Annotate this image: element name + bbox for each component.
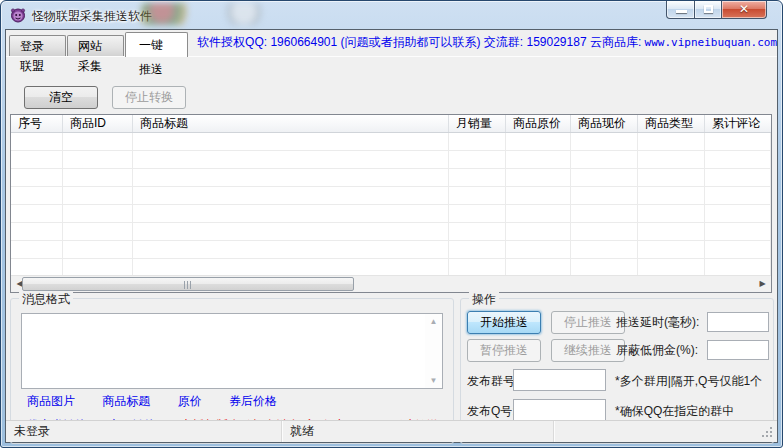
token-product-title-link[interactable]: 商品标题	[102, 394, 150, 408]
token-original-price-link[interactable]: 原价	[178, 394, 202, 408]
tab-one-click-push[interactable]: 一键推送	[125, 32, 188, 57]
scrollbar-gripper-icon	[184, 281, 192, 289]
status-pane-empty	[554, 421, 777, 442]
maximize-icon	[704, 5, 713, 13]
table-row	[11, 133, 771, 151]
table-row	[11, 151, 771, 169]
push-delay-input[interactable]	[707, 312, 769, 332]
message-format-textarea[interactable]	[22, 314, 426, 388]
table-row	[11, 223, 771, 241]
column-header-original-price[interactable]: 商品原价	[506, 115, 571, 132]
status-bar: 未登录 就绪	[6, 420, 777, 442]
start-push-button[interactable]: 开始推送	[467, 311, 541, 334]
titlebar-glass-reflection	[141, 3, 193, 25]
publish-group-label: 发布群号:	[467, 373, 518, 390]
publish-group-input[interactable]	[513, 369, 606, 391]
ready-status-pane: 就绪	[282, 421, 554, 442]
textarea-scrollbar[interactable]: ▲ ▼	[425, 314, 442, 388]
login-status-pane: 未登录	[6, 421, 282, 442]
token-coupon-price-link[interactable]: 券后价格	[229, 394, 277, 408]
listview-body-empty	[11, 133, 771, 276]
license-info-url: www.vipneibuquan.com	[645, 36, 777, 49]
client-area: 登录联盟 网站采集 一键推送 软件授权QQ: 1960664901 (问题或者捐…	[5, 29, 778, 443]
publish-group-hint: *多个群用|隔开,Q号仅能1个	[615, 373, 762, 390]
column-header-total-comments[interactable]: 累计评论	[705, 115, 771, 132]
clear-button[interactable]: 清空	[24, 86, 98, 109]
stop-convert-button[interactable]: 停止转换	[112, 86, 186, 109]
window-title: 怪物联盟采集推送软件	[32, 8, 152, 25]
pause-push-button[interactable]: 暂停推送	[467, 339, 541, 362]
column-header-product-id[interactable]: 商品ID	[63, 115, 133, 132]
column-header-monthly-sales[interactable]: 月销量	[449, 115, 506, 132]
title-bar[interactable]: 怪物联盟采集推送软件 ✕	[1, 1, 782, 29]
column-header-product-title[interactable]: 商品标题	[133, 115, 449, 132]
table-row	[11, 259, 771, 276]
close-button[interactable]: ✕	[722, 1, 767, 19]
block-low-commission-input[interactable]	[707, 340, 769, 360]
scroll-down-icon[interactable]: ▼	[425, 376, 442, 385]
stop-push-button[interactable]: 停止推送	[551, 311, 625, 334]
app-window: 怪物联盟采集推送软件 ✕ 登录联盟 网站采集 一键推送 软件授权QQ: 1960…	[0, 0, 783, 448]
token-product-image-link[interactable]: 商品图片	[27, 394, 75, 408]
tab-strip: 登录联盟 网站采集 一键推送 软件授权QQ: 1960664901 (问题或者捐…	[6, 30, 777, 57]
operation-group-title: 操作	[469, 291, 499, 308]
token-links-row-1: 商品图片 商品标题 原价 券后价格	[27, 393, 301, 410]
block-low-commission-label: 屏蔽低佣金(%):	[616, 342, 698, 359]
message-format-group-title: 消息格式	[19, 291, 73, 308]
column-header-product-type[interactable]: 商品类型	[638, 115, 705, 132]
publish-qq-hint: *确保QQ在指定的群中	[615, 403, 734, 420]
table-row	[11, 241, 771, 259]
resize-grip[interactable]	[762, 427, 774, 439]
tab-login-alliance[interactable]: 登录联盟	[9, 35, 66, 56]
tab-site-collect[interactable]: 网站采集	[67, 35, 124, 56]
publish-qq-label: 发布Q号:	[467, 403, 516, 420]
table-row	[11, 205, 771, 223]
table-row	[11, 187, 771, 205]
minimize-icon	[676, 10, 687, 13]
horizontal-scrollbar[interactable]: ◀ ▶	[11, 275, 771, 292]
table-row	[11, 169, 771, 187]
close-icon: ✕	[722, 2, 766, 16]
license-info-main: 软件授权QQ: 1960664901 (问题或者捐助都可以联系) 交流群: 15…	[197, 35, 644, 49]
column-header-current-price[interactable]: 商品现价	[571, 115, 638, 132]
publish-qq-input[interactable]	[513, 399, 606, 421]
titlebar-glass-reflection	[225, 3, 263, 25]
column-header-index[interactable]: 序号	[11, 115, 63, 132]
minimize-button[interactable]	[666, 1, 695, 19]
app-monster-icon	[10, 7, 26, 23]
resume-push-button[interactable]: 继续推送	[551, 339, 625, 362]
scroll-up-icon[interactable]: ▲	[425, 317, 442, 326]
listview-header: 序号 商品ID 商品标题 月销量 商品原价 商品现价 商品类型 累计评论	[11, 115, 771, 133]
product-listview: 序号 商品ID 商品标题 月销量 商品原价 商品现价 商品类型 累计评论	[10, 114, 772, 293]
scroll-right-icon[interactable]: ▶	[754, 276, 771, 292]
message-format-textarea-wrap: ▲ ▼	[21, 313, 443, 389]
window-controls: ✕	[666, 1, 767, 19]
push-delay-label: 推送延时(毫秒):	[616, 314, 699, 331]
license-info-text: 软件授权QQ: 1960664901 (问题或者捐助都可以联系) 交流群: 15…	[197, 34, 777, 51]
horizontal-scrollbar-thumb[interactable]	[22, 277, 354, 291]
maximize-button[interactable]	[695, 1, 722, 19]
